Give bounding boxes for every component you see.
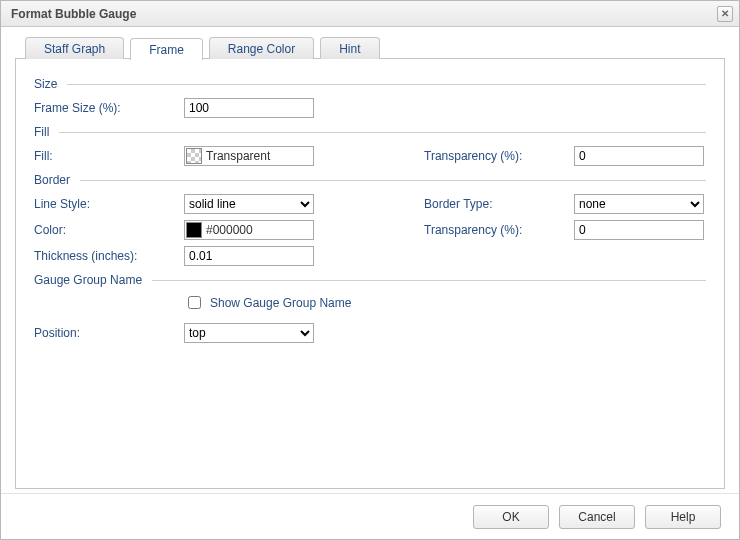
position-label: Position: [34, 326, 184, 340]
section-divider [152, 280, 706, 281]
section-title: Size [34, 77, 57, 91]
section-header-fill: Fill [34, 125, 706, 139]
tab-strip: Staff Graph Frame Range Color Hint [15, 37, 725, 59]
tab-label: Hint [339, 42, 360, 56]
dialog-body: Staff Graph Frame Range Color Hint Size … [1, 27, 739, 493]
section-title: Border [34, 173, 70, 187]
close-button[interactable]: ✕ [717, 6, 733, 22]
section-header-border: Border [34, 173, 706, 187]
tab-hint[interactable]: Hint [320, 37, 379, 59]
cancel-button[interactable]: Cancel [559, 505, 635, 529]
border-color-label: Color: [34, 223, 184, 237]
position-select[interactable]: top [184, 323, 314, 343]
tab-range-color[interactable]: Range Color [209, 37, 314, 59]
show-gauge-group-label: Show Gauge Group Name [210, 296, 351, 310]
fill-color-picker[interactable] [184, 146, 314, 166]
section-divider [59, 132, 706, 133]
border-color-value[interactable] [203, 223, 313, 237]
fill-section: Fill Fill: Transparency (%): [34, 125, 706, 167]
border-type-select[interactable]: none [574, 194, 704, 214]
border-color-picker[interactable] [184, 220, 314, 240]
tab-staff-graph[interactable]: Staff Graph [25, 37, 124, 59]
transparent-swatch-icon [186, 148, 202, 164]
thickness-label: Thickness (inches): [34, 249, 184, 263]
gauge-group-section: Gauge Group Name Show Gauge Group Name P… [34, 273, 706, 344]
dialog-title: Format Bubble Gauge [11, 7, 717, 21]
border-transparency-input[interactable] [574, 220, 704, 240]
line-style-label: Line Style: [34, 197, 184, 211]
frame-size-input[interactable] [184, 98, 314, 118]
section-title: Gauge Group Name [34, 273, 142, 287]
tab-label: Range Color [228, 42, 295, 56]
black-swatch-icon [186, 222, 202, 238]
border-transparency-label: Transparency (%): [424, 223, 574, 237]
fill-transparency-label: Transparency (%): [424, 149, 574, 163]
close-icon: ✕ [721, 8, 729, 19]
section-divider [80, 180, 706, 181]
line-style-select[interactable]: solid line [184, 194, 314, 214]
border-type-label: Border Type: [424, 197, 574, 211]
fill-label: Fill: [34, 149, 184, 163]
frame-panel: Size Frame Size (%): Fill Fill: [15, 58, 725, 489]
frame-size-label: Frame Size (%): [34, 101, 184, 115]
tab-label: Staff Graph [44, 42, 105, 56]
section-title: Fill [34, 125, 49, 139]
titlebar: Format Bubble Gauge ✕ [1, 1, 739, 27]
tab-label: Frame [149, 43, 184, 57]
border-section: Border Line Style: solid line Border Typ… [34, 173, 706, 267]
help-button[interactable]: Help [645, 505, 721, 529]
fill-color-value[interactable] [203, 149, 313, 163]
show-gauge-group-checkbox[interactable] [188, 296, 201, 309]
format-bubble-gauge-dialog: Format Bubble Gauge ✕ Staff Graph Frame … [0, 0, 740, 540]
section-divider [67, 84, 706, 85]
dialog-footer: OK Cancel Help [1, 493, 739, 539]
fill-transparency-input[interactable] [574, 146, 704, 166]
size-section: Size Frame Size (%): [34, 77, 706, 119]
tab-frame[interactable]: Frame [130, 38, 203, 60]
thickness-input[interactable] [184, 246, 314, 266]
ok-button[interactable]: OK [473, 505, 549, 529]
section-header-size: Size [34, 77, 706, 91]
section-header-gauge-group: Gauge Group Name [34, 273, 706, 287]
